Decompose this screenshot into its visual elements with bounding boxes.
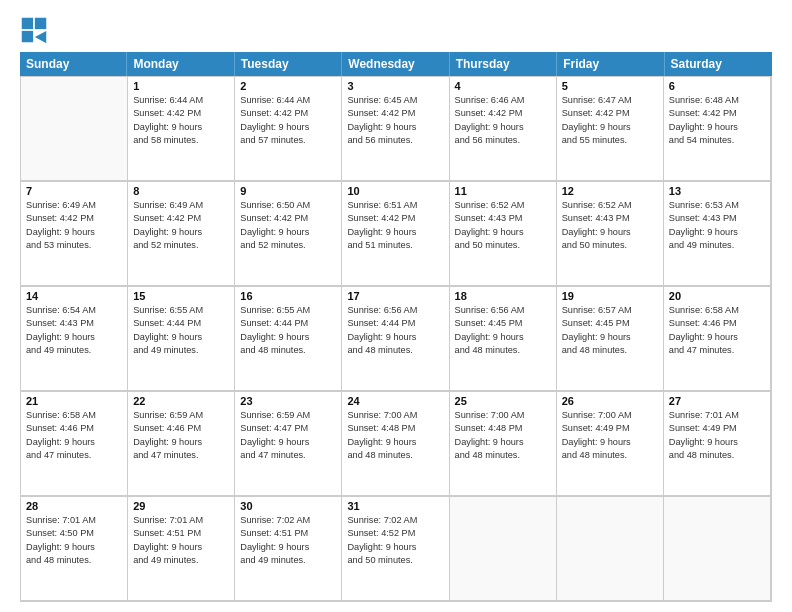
calendar-cell: 18Sunrise: 6:56 AMSunset: 4:45 PMDayligh… bbox=[450, 286, 557, 390]
svg-marker-3 bbox=[35, 31, 46, 43]
cell-info-line: and 56 minutes. bbox=[455, 134, 551, 147]
day-number: 11 bbox=[455, 185, 551, 197]
cell-info-line: Daylight: 9 hours bbox=[347, 121, 443, 134]
svg-rect-0 bbox=[22, 18, 33, 29]
cell-info-line: and 48 minutes. bbox=[669, 449, 765, 462]
day-number: 21 bbox=[26, 395, 122, 407]
calendar: SundayMondayTuesdayWednesdayThursdayFrid… bbox=[20, 52, 772, 602]
cell-info-line: Daylight: 9 hours bbox=[240, 331, 336, 344]
calendar-cell: 1Sunrise: 6:44 AMSunset: 4:42 PMDaylight… bbox=[128, 76, 235, 180]
cell-info-line: Sunrise: 6:50 AM bbox=[240, 199, 336, 212]
calendar-cell bbox=[450, 496, 557, 600]
cell-info-line: Sunrise: 6:48 AM bbox=[669, 94, 765, 107]
cell-info-line: and 47 minutes. bbox=[26, 449, 122, 462]
calendar-cell: 24Sunrise: 7:00 AMSunset: 4:48 PMDayligh… bbox=[342, 391, 449, 495]
day-number: 3 bbox=[347, 80, 443, 92]
cell-info-line: Sunrise: 6:51 AM bbox=[347, 199, 443, 212]
cell-info-line: Sunrise: 6:57 AM bbox=[562, 304, 658, 317]
cell-info-line: Daylight: 9 hours bbox=[26, 226, 122, 239]
cell-info-line: Sunset: 4:51 PM bbox=[240, 527, 336, 540]
calendar-cell bbox=[557, 496, 664, 600]
cell-info-line: Sunset: 4:42 PM bbox=[26, 212, 122, 225]
calendar-cell: 19Sunrise: 6:57 AMSunset: 4:45 PMDayligh… bbox=[557, 286, 664, 390]
day-number: 24 bbox=[347, 395, 443, 407]
day-number: 23 bbox=[240, 395, 336, 407]
cell-info-line: Sunrise: 6:59 AM bbox=[133, 409, 229, 422]
day-number: 16 bbox=[240, 290, 336, 302]
calendar-cell: 12Sunrise: 6:52 AMSunset: 4:43 PMDayligh… bbox=[557, 181, 664, 285]
day-number: 19 bbox=[562, 290, 658, 302]
cell-info-line: Sunset: 4:44 PM bbox=[240, 317, 336, 330]
cell-info-line: and 47 minutes. bbox=[240, 449, 336, 462]
cell-info-line: Sunset: 4:45 PM bbox=[562, 317, 658, 330]
day-number: 20 bbox=[669, 290, 765, 302]
cell-info-line: Sunset: 4:42 PM bbox=[133, 212, 229, 225]
svg-rect-2 bbox=[22, 31, 33, 42]
cell-info-line: Daylight: 9 hours bbox=[669, 436, 765, 449]
logo bbox=[20, 16, 52, 44]
cell-info-line: Sunrise: 7:00 AM bbox=[347, 409, 443, 422]
cell-info-line: Daylight: 9 hours bbox=[455, 331, 551, 344]
cell-info-line: Sunrise: 6:58 AM bbox=[669, 304, 765, 317]
cell-info-line: Sunset: 4:43 PM bbox=[26, 317, 122, 330]
cell-info-line: Sunrise: 6:49 AM bbox=[133, 199, 229, 212]
cell-info-line: Sunset: 4:46 PM bbox=[669, 317, 765, 330]
cell-info-line: Sunset: 4:49 PM bbox=[562, 422, 658, 435]
cell-info-line: Sunrise: 6:45 AM bbox=[347, 94, 443, 107]
day-number: 2 bbox=[240, 80, 336, 92]
calendar-row: 28Sunrise: 7:01 AMSunset: 4:50 PMDayligh… bbox=[21, 496, 771, 601]
day-number: 1 bbox=[133, 80, 229, 92]
weekday-header: Wednesday bbox=[342, 52, 449, 76]
cell-info-line: Daylight: 9 hours bbox=[455, 436, 551, 449]
cell-info-line: Sunset: 4:46 PM bbox=[26, 422, 122, 435]
cell-info-line: Sunrise: 6:58 AM bbox=[26, 409, 122, 422]
day-number: 29 bbox=[133, 500, 229, 512]
cell-info-line: Sunset: 4:42 PM bbox=[347, 107, 443, 120]
cell-info-line: Sunrise: 6:55 AM bbox=[240, 304, 336, 317]
day-number: 30 bbox=[240, 500, 336, 512]
cell-info-line: Daylight: 9 hours bbox=[669, 226, 765, 239]
cell-info-line: Sunset: 4:44 PM bbox=[347, 317, 443, 330]
calendar-cell: 7Sunrise: 6:49 AMSunset: 4:42 PMDaylight… bbox=[21, 181, 128, 285]
cell-info-line: and 52 minutes. bbox=[133, 239, 229, 252]
cell-info-line: Daylight: 9 hours bbox=[240, 541, 336, 554]
cell-info-line: and 49 minutes. bbox=[133, 344, 229, 357]
cell-info-line: Sunrise: 6:56 AM bbox=[455, 304, 551, 317]
cell-info-line: Sunrise: 6:53 AM bbox=[669, 199, 765, 212]
cell-info-line: Sunrise: 6:44 AM bbox=[240, 94, 336, 107]
calendar-cell: 31Sunrise: 7:02 AMSunset: 4:52 PMDayligh… bbox=[342, 496, 449, 600]
svg-rect-1 bbox=[35, 18, 46, 29]
cell-info-line: and 51 minutes. bbox=[347, 239, 443, 252]
calendar-cell: 4Sunrise: 6:46 AMSunset: 4:42 PMDaylight… bbox=[450, 76, 557, 180]
cell-info-line: Sunrise: 6:52 AM bbox=[455, 199, 551, 212]
cell-info-line: Sunset: 4:43 PM bbox=[455, 212, 551, 225]
cell-info-line: Daylight: 9 hours bbox=[26, 541, 122, 554]
calendar-cell: 2Sunrise: 6:44 AMSunset: 4:42 PMDaylight… bbox=[235, 76, 342, 180]
cell-info-line: Daylight: 9 hours bbox=[133, 121, 229, 134]
calendar-body: 1Sunrise: 6:44 AMSunset: 4:42 PMDaylight… bbox=[20, 76, 772, 602]
cell-info-line: Daylight: 9 hours bbox=[455, 226, 551, 239]
cell-info-line: Daylight: 9 hours bbox=[669, 331, 765, 344]
cell-info-line: Sunset: 4:48 PM bbox=[455, 422, 551, 435]
calendar-cell bbox=[21, 76, 128, 180]
cell-info-line: Sunrise: 7:00 AM bbox=[562, 409, 658, 422]
cell-info-line: Sunset: 4:42 PM bbox=[347, 212, 443, 225]
cell-info-line: Daylight: 9 hours bbox=[240, 436, 336, 449]
cell-info-line: Sunset: 4:42 PM bbox=[562, 107, 658, 120]
cell-info-line: Daylight: 9 hours bbox=[26, 436, 122, 449]
weekday-header: Friday bbox=[557, 52, 664, 76]
cell-info-line: and 49 minutes. bbox=[240, 554, 336, 567]
cell-info-line: and 53 minutes. bbox=[26, 239, 122, 252]
day-number: 27 bbox=[669, 395, 765, 407]
weekday-header: Tuesday bbox=[235, 52, 342, 76]
cell-info-line: Sunrise: 6:47 AM bbox=[562, 94, 658, 107]
day-number: 31 bbox=[347, 500, 443, 512]
day-number: 6 bbox=[669, 80, 765, 92]
calendar-cell: 6Sunrise: 6:48 AMSunset: 4:42 PMDaylight… bbox=[664, 76, 771, 180]
day-number: 26 bbox=[562, 395, 658, 407]
calendar-cell: 30Sunrise: 7:02 AMSunset: 4:51 PMDayligh… bbox=[235, 496, 342, 600]
cell-info-line: and 55 minutes. bbox=[562, 134, 658, 147]
cell-info-line: and 49 minutes. bbox=[26, 344, 122, 357]
calendar-cell: 8Sunrise: 6:49 AMSunset: 4:42 PMDaylight… bbox=[128, 181, 235, 285]
day-number: 13 bbox=[669, 185, 765, 197]
